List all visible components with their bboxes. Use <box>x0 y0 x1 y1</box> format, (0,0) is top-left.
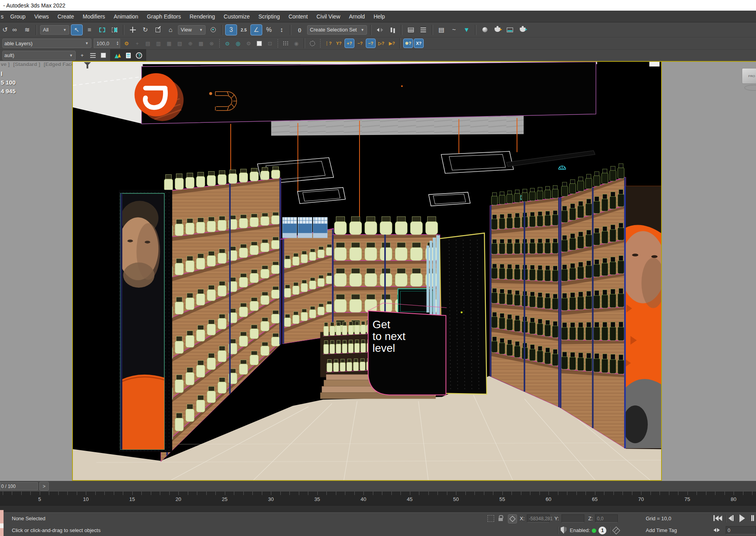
populate-flora-icon[interactable] <box>113 51 122 60</box>
freeze-question-button[interactable]: ❄? <box>403 39 413 48</box>
selection-filter-dropdown[interactable]: All▼ <box>40 25 69 35</box>
transform-target-icon[interactable]: ◎ <box>233 39 243 48</box>
add-time-tag[interactable]: Add Time Tag <box>646 527 677 533</box>
toggle-scene-explorer-button[interactable] <box>405 24 417 35</box>
x-question-button[interactable]: X? <box>414 39 424 48</box>
next-frame-playback-button[interactable] <box>751 515 755 521</box>
reference-coordinate-dropdown[interactable]: View▼ <box>178 25 206 35</box>
layer-remove-icon[interactable]: ⊗ <box>207 39 217 48</box>
open-mini-curve-editor-button[interactable] <box>0 510 4 536</box>
rendered-frame-window-button[interactable] <box>504 24 516 35</box>
select-and-link-icon[interactable]: ∞ <box>9 24 20 35</box>
squares-arrows-icon[interactable]: ⊡ <box>265 39 275 48</box>
curve-editor-button[interactable]: ~ <box>448 24 460 35</box>
window-crossing-button[interactable] <box>109 24 120 35</box>
z-coordinate-field[interactable]: 0,0 <box>595 514 618 523</box>
select-and-move-button[interactable] <box>127 24 139 35</box>
cursor-question-icon[interactable]: ▷? <box>376 39 386 48</box>
menu-item-arnold[interactable]: Arnold <box>345 11 369 22</box>
select-and-scale-button[interactable] <box>152 24 164 35</box>
selection-region-button[interactable] <box>96 24 108 35</box>
isolate-selection-icon[interactable] <box>487 515 494 522</box>
layers-dropdown[interactable]: able Layers)▼ <box>2 39 91 48</box>
white-swatch-icon[interactable] <box>98 51 108 60</box>
x-coordinate-field[interactable]: -58348,281 <box>527 514 550 523</box>
ik-question-icon[interactable]: Y? <box>334 39 344 48</box>
undo-redo-partial-icon[interactable]: ↺ <box>2 24 8 35</box>
layer-settings-icon[interactable]: ⚙ <box>122 39 132 48</box>
snap-toggle-3d-button[interactable]: 3 <box>225 24 237 35</box>
keyframe-film-icon[interactable]: ◉ <box>291 39 301 48</box>
next-frame-button[interactable]: > <box>39 482 49 491</box>
menu-item-group[interactable]: Group <box>6 11 30 22</box>
spinner-snap-button[interactable]: ↕ <box>276 24 287 35</box>
go-to-start-button[interactable] <box>713 515 722 521</box>
track-bar[interactable] <box>0 505 756 513</box>
render-production-button[interactable] <box>517 24 528 35</box>
default-layer-dropdown[interactable]: ault)▼ <box>2 51 76 60</box>
timeline-ruler[interactable]: 5101520253035404550556065707580 <box>0 492 756 505</box>
menu-item-graph-editors[interactable]: Graph Editors <box>143 11 185 22</box>
opacity-spinner[interactable]: 100,0▲▼ <box>94 39 120 48</box>
viewport-shading-label[interactable]: [Standard ] <box>13 61 40 67</box>
layer-list-icon[interactable]: ▩ <box>196 39 206 48</box>
slider-question-button[interactable]: −? <box>366 39 376 48</box>
percent-snap-button[interactable]: % <box>263 24 275 35</box>
viewcube-front-face[interactable]: FRO <box>749 74 755 78</box>
angle-snap-button[interactable]: ∠ <box>250 24 262 35</box>
help-circle-icon[interactable] <box>134 51 144 60</box>
notes-document-icon[interactable] <box>123 51 133 60</box>
viewport-label-fragment[interactable]: ve ] <box>1 61 9 67</box>
plus-question-button[interactable]: +? <box>345 39 354 48</box>
gear-sphere-icon[interactable]: ⚙ <box>244 39 254 48</box>
layer-properties-icon[interactable]: ▥ <box>154 39 163 48</box>
render-setup-button[interactable] <box>491 24 503 35</box>
arrow-question-icon[interactable]: ▶? <box>387 39 397 48</box>
enabled-count-badge[interactable]: 1 <box>598 527 606 534</box>
align-button[interactable] <box>387 24 398 35</box>
named-selection-sets-button[interactable]: {} <box>294 24 306 35</box>
select-by-name-button[interactable]: ≡ <box>83 24 95 35</box>
menu-item-customize[interactable]: Customize <box>219 11 254 22</box>
checked-box-icon[interactable] <box>254 39 264 48</box>
y-coordinate-field[interactable] <box>561 514 584 523</box>
menu-item-rendering[interactable]: Rendering <box>185 11 219 22</box>
menu-item-s[interactable]: s <box>0 11 6 22</box>
delete-layer-icon[interactable]: ▤ <box>143 39 153 48</box>
frame-number-field[interactable]: 0 <box>726 526 756 534</box>
viewcube[interactable]: FRO <box>742 68 756 84</box>
camera-viewport[interactable]: Getto nextlevel <box>72 61 662 481</box>
bind-to-space-warp-icon[interactable]: ≋ <box>21 24 33 35</box>
schematic-view-button[interactable]: ▼ <box>461 24 472 35</box>
set-current-layer-icon[interactable]: ⊕ <box>185 39 195 48</box>
select-object-button[interactable]: ↖ <box>71 24 83 35</box>
transform-offset-icon[interactable]: ⊙ <box>222 39 232 48</box>
create-selection-set-dropdown[interactable]: Create Selection Set▼ <box>307 25 367 35</box>
material-editor-button[interactable] <box>479 24 491 35</box>
grid-question-icon[interactable]: ⋮? <box>323 39 333 48</box>
menu-item-scripting[interactable]: Scripting <box>254 11 284 22</box>
previous-frame-button[interactable] <box>728 515 734 521</box>
layers-stack-icon[interactable] <box>88 51 98 60</box>
viewport-faces-label[interactable]: [Edged Faces ] <box>44 61 72 67</box>
selection-lock-icon[interactable] <box>498 518 503 521</box>
use-pivot-point-button[interactable] <box>207 24 219 35</box>
select-and-rotate-button[interactable]: ↻ <box>139 24 151 35</box>
menu-item-animation[interactable]: Animation <box>109 11 143 22</box>
menu-item-create[interactable]: Create <box>53 11 78 22</box>
create-layer-plus-icon[interactable]: + <box>77 51 87 60</box>
menu-item-modifiers[interactable]: Modifiers <box>78 11 109 22</box>
key-mode-toggle[interactable] <box>713 528 720 532</box>
spinner-arrows-icon[interactable]: ▲▼ <box>116 41 120 46</box>
minus-question-icon[interactable]: −? <box>355 39 365 48</box>
toggle-layer-explorer-button[interactable] <box>417 24 429 35</box>
snap-25-button[interactable]: 2.5 <box>238 24 250 35</box>
menu-item-views[interactable]: Views <box>30 11 53 22</box>
absolute-mode-transform-button[interactable] <box>508 514 517 523</box>
menu-item-help[interactable]: Help <box>369 11 389 22</box>
menu-item-civil-view[interactable]: Civil View <box>312 11 345 22</box>
play-animation-button[interactable] <box>739 514 745 522</box>
mirror-button[interactable] <box>374 24 386 35</box>
dot-grid-icon[interactable] <box>281 39 291 48</box>
toggle-ribbon-button[interactable]: ▤ <box>435 24 447 35</box>
